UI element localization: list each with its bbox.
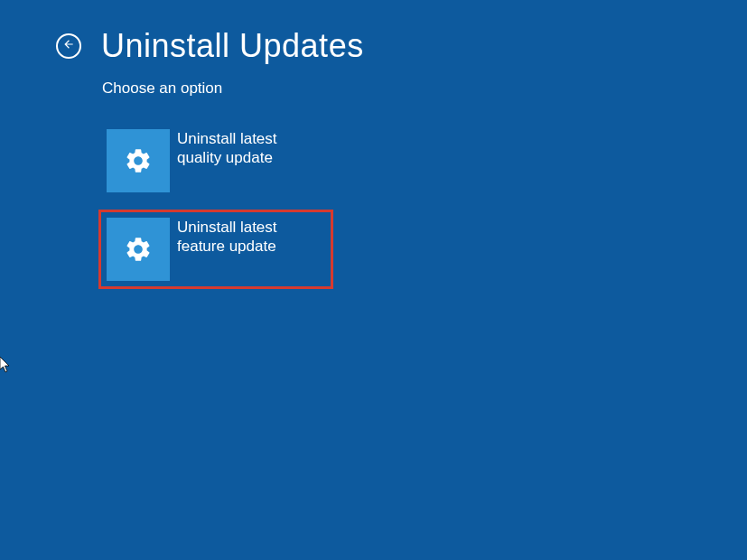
gear-icon [107,218,170,281]
option-feature-label: Uninstall latest feature update [177,218,322,257]
page-title: Uninstall Updates [101,27,364,65]
uninstall-quality-update-button[interactable]: Uninstall latest quality update [98,121,333,201]
page-subtitle: Choose an option [0,79,747,98]
options-container: Uninstall latest quality update Uninstal… [0,121,747,289]
cursor-icon [0,357,13,377]
gear-icon [107,129,170,192]
uninstall-feature-update-button[interactable]: Uninstall latest feature update [98,210,333,289]
back-arrow-icon [62,38,75,54]
back-button[interactable] [56,33,81,59]
option-quality-label: Uninstall latest quality update [177,129,322,168]
